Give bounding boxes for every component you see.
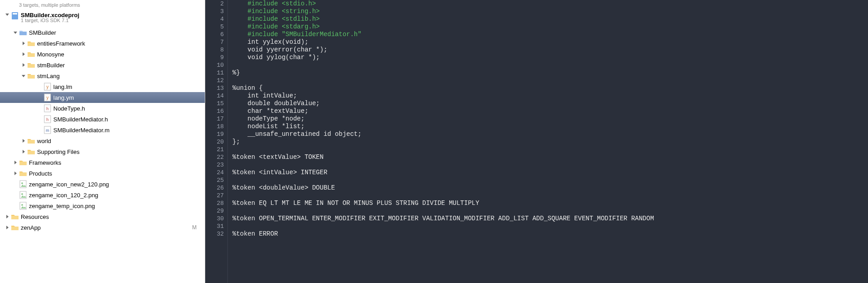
code-line[interactable]: #include <stdarg.h> — [232, 23, 868, 31]
targets-row[interactable]: 3 targets, multiple platforms — [0, 0, 205, 11]
folder-label: Products — [29, 170, 52, 177]
code-line[interactable]: %token <textValue> TOKEN — [232, 153, 868, 161]
code-line[interactable]: }; — [232, 138, 868, 146]
line-number: 18 — [205, 123, 224, 130]
folder-stmbuilder[interactable]: stmBuilder — [0, 60, 205, 70]
file-png-1[interactable]: zengame_icon_new2_120.png — [0, 179, 205, 190]
folder-supporting-files[interactable]: Supporting Files — [0, 146, 205, 157]
code-line[interactable]: #include <string.h> — [232, 8, 868, 15]
svg-point-24 — [21, 193, 23, 195]
project-row[interactable]: SMBuilder.xcodeproj 1 target, iOS SDK 7.… — [0, 11, 205, 27]
code-line[interactable]: double doubleValue; — [232, 100, 868, 107]
xcodeproj-icon — [11, 12, 19, 20]
folder-label: world — [37, 138, 51, 144]
file-png-2[interactable]: zengame_icon_120_2.png — [0, 190, 205, 200]
code-line[interactable]: %token EQ LT MT LE ME IN NOT OR MINUS PL… — [232, 199, 868, 207]
code-line[interactable]: void yylog(char *); — [232, 54, 868, 61]
folder-icon — [11, 213, 19, 221]
svg-rect-2 — [19, 32, 27, 35]
line-number: 9 — [205, 54, 224, 61]
folder-zenapp[interactable]: zenApp M — [0, 222, 205, 233]
code-line[interactable]: %token ERROR — [232, 230, 868, 238]
code-line[interactable] — [232, 207, 868, 215]
folder-entitiesframework[interactable]: entitiesFramework — [0, 38, 205, 49]
code-line[interactable] — [232, 192, 868, 199]
code-line[interactable]: #include "SMBuilderMediator.h" — [232, 31, 868, 38]
folder-label: SMBuilder — [29, 29, 56, 36]
code-line[interactable]: __unsafe_unretained id object; — [232, 130, 868, 138]
folder-smbuilder[interactable]: SMBuilder — [0, 27, 205, 38]
line-number: 10 — [205, 61, 224, 69]
disclosure-right-icon[interactable] — [21, 41, 26, 46]
image-file-icon — [19, 191, 27, 199]
folder-label: zenApp — [21, 224, 41, 231]
code-line[interactable]: nodeType *node; — [232, 115, 868, 123]
folder-frameworks[interactable]: Frameworks — [0, 157, 205, 168]
folder-monosyne[interactable]: Monosyne — [0, 49, 205, 60]
file-label: lang.lm — [53, 84, 72, 90]
disclosure-right-icon[interactable] — [21, 149, 26, 154]
folder-icon — [27, 137, 35, 145]
file-label: zengame_icon_new2_120.png — [29, 181, 109, 188]
line-number-gutter: 2345678910111213141516171819202122232425… — [205, 0, 228, 283]
disclosure-right-icon[interactable] — [5, 214, 10, 219]
file-label: SMBuilderMediator.m — [53, 127, 109, 134]
file-lang-lm[interactable]: y lang.lm — [0, 81, 205, 92]
code-line[interactable]: %token <doubleValue> DOUBLE — [232, 184, 868, 192]
svg-rect-5 — [28, 64, 35, 68]
disclosure-right-icon[interactable] — [21, 138, 26, 144]
line-number: 29 — [205, 207, 224, 215]
header-file-icon: h — [43, 115, 52, 123]
code-line[interactable]: int yylex(void); — [232, 38, 868, 46]
code-editor[interactable]: 2345678910111213141516171819202122232425… — [205, 0, 868, 283]
file-lang-ym[interactable]: y lang.ym — [0, 92, 205, 103]
code-line[interactable]: %} — [232, 69, 868, 77]
code-line[interactable] — [232, 176, 868, 184]
code-line[interactable]: %token <intValue> INTEGER — [232, 169, 868, 176]
disclosure-right-icon[interactable] — [13, 171, 18, 176]
line-number: 5 — [205, 23, 224, 31]
folder-world[interactable]: world — [0, 135, 205, 146]
file-smbuildermediator-h[interactable]: h SMBuilderMediator.h — [0, 114, 205, 125]
code-line[interactable] — [232, 61, 868, 69]
line-number: 15 — [205, 100, 224, 107]
svg-rect-19 — [19, 162, 27, 165]
file-nodetype-h[interactable]: h NodeType.h — [0, 103, 205, 114]
folder-stmlang[interactable]: stmLang — [0, 70, 205, 81]
code-line[interactable]: #include <stdlib.h> — [232, 15, 868, 23]
code-line[interactable] — [232, 161, 868, 169]
code-line[interactable]: %union { — [232, 84, 868, 92]
svg-rect-6 — [28, 75, 35, 79]
folder-icon — [27, 61, 35, 69]
folder-label: Resources — [21, 213, 49, 220]
disclosure-down-icon[interactable] — [21, 73, 26, 79]
line-number: 31 — [205, 223, 224, 230]
folder-icon — [11, 223, 19, 232]
folder-resources[interactable]: Resources — [0, 211, 205, 222]
file-png-3[interactable]: zengame_temp_icon.png — [0, 200, 205, 211]
svg-text:y: y — [47, 95, 49, 100]
code-line[interactable] — [232, 146, 868, 153]
disclosure-right-icon[interactable] — [21, 62, 26, 68]
line-number: 27 — [205, 192, 224, 199]
code-line[interactable]: void yyerror(char *); — [232, 46, 868, 54]
line-number: 25 — [205, 176, 224, 184]
code-line[interactable] — [232, 223, 868, 230]
line-number: 2 — [205, 0, 224, 8]
code-line[interactable]: int intValue; — [232, 92, 868, 100]
project-navigator[interactable]: 3 targets, multiple platforms SMBuilder.… — [0, 0, 205, 283]
disclosure-down-icon[interactable] — [5, 12, 10, 17]
code-content[interactable]: #include <stdio.h> #include <string.h> #… — [228, 0, 868, 283]
code-line[interactable]: nodeList *list; — [232, 123, 868, 130]
disclosure-right-icon[interactable] — [5, 225, 10, 230]
disclosure-right-icon[interactable] — [13, 160, 18, 165]
code-line[interactable]: char *textValue; — [232, 107, 868, 115]
code-line[interactable] — [232, 77, 868, 84]
file-smbuildermediator-m[interactable]: m SMBuilderMediator.m — [0, 125, 205, 135]
code-line[interactable]: %token OPEN_TERMINAL ENTER_MODIFIER EXIT… — [232, 215, 868, 223]
folder-products[interactable]: Products — [0, 168, 205, 179]
code-line[interactable]: #include <stdio.h> — [232, 0, 868, 8]
line-number: 24 — [205, 169, 224, 176]
disclosure-down-icon[interactable] — [13, 30, 18, 35]
disclosure-right-icon[interactable] — [21, 51, 26, 57]
